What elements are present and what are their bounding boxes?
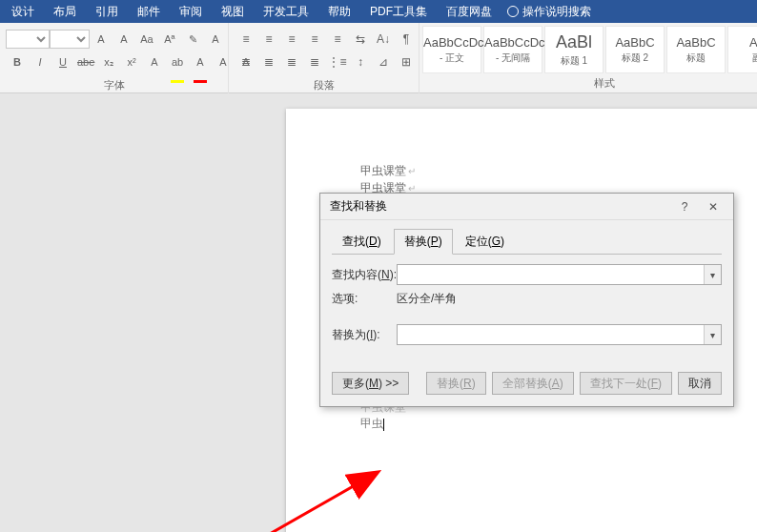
replace-button[interactable]: 替换(R) (426, 372, 486, 395)
font-color-button[interactable]: A (192, 53, 209, 71)
style-name: 标题 1 (545, 54, 603, 68)
underline-button[interactable]: U (54, 53, 72, 71)
change-case-icon[interactable]: Aa (138, 31, 155, 48)
style-name: - 无间隔 (484, 51, 542, 65)
italic-button[interactable]: I (31, 53, 49, 71)
find-replace-dialog: 查找和替换 ? ✕ 查找(D) 替换(P) 定位(G) 查找内容(N): ▾ 选… (319, 193, 734, 407)
text-cursor (383, 419, 384, 431)
align-left-button[interactable]: ≣ (236, 53, 256, 71)
menu-references[interactable]: 引用 (86, 0, 128, 23)
dialog-titlebar[interactable]: 查找和替换 ? ✕ (320, 194, 733, 220)
superscript-button[interactable]: x² (123, 53, 140, 71)
style-name: 标题 2 (606, 51, 664, 65)
tab-goto[interactable]: 定位(G) (455, 229, 515, 255)
bulb-icon (507, 6, 519, 17)
help-button[interactable]: ? (670, 196, 699, 217)
align-right-button[interactable]: ≣ (282, 53, 301, 71)
align-center-button[interactable]: ≣ (259, 53, 278, 71)
menu-design[interactable]: 设计 (2, 0, 44, 23)
text-effects-button[interactable]: A (146, 53, 163, 71)
decrease-indent-button[interactable]: ≡ (305, 31, 324, 48)
text-direction-button[interactable]: ⇆ (351, 31, 370, 48)
menu-mailings[interactable]: 邮件 (128, 0, 170, 23)
font-family-select[interactable] (6, 30, 50, 49)
find-what-dropdown-icon[interactable]: ▾ (704, 265, 721, 284)
justify-button[interactable]: ≣ (305, 53, 324, 71)
shrink-font-icon[interactable]: A (115, 31, 133, 48)
options-label: 选项: (332, 291, 397, 307)
numbering-button[interactable]: ≡ (259, 31, 278, 48)
highlight-button[interactable]: ab (169, 53, 186, 71)
group-font: A A Aa Aª ✎ A B I U abe x₂ x² A ab (0, 23, 229, 93)
group-paragraph-label: 段落 (229, 78, 419, 93)
replace-with-input[interactable] (398, 325, 704, 344)
style-name: 标题 (667, 51, 725, 65)
menu-baidu-netdisk[interactable]: 百度网盘 (437, 0, 501, 23)
style-preview: AaBbCcDc (423, 35, 481, 50)
dialog-title: 查找和替换 (330, 198, 387, 215)
menu-developer[interactable]: 开发工具 (254, 0, 318, 23)
style-preview: AaBbC (667, 35, 725, 50)
phonetic-guide-icon[interactable]: Aª (161, 31, 178, 48)
find-next-button[interactable]: 查找下一处(F) (580, 372, 672, 395)
strikethrough-button[interactable]: abe (77, 53, 94, 71)
replace-with-label: 替换为(I): (332, 327, 397, 343)
text-line: 甲虫课堂 (360, 162, 416, 179)
multilevel-button[interactable]: ≡ (282, 31, 301, 48)
sort-button[interactable]: A↓ (374, 31, 393, 48)
text-line-cursor: 甲虫 (360, 416, 406, 432)
style-preview: AaBbC (606, 35, 664, 50)
line-spacing-button[interactable]: ↕ (351, 53, 370, 71)
options-value: 区分全/半角 (397, 291, 457, 307)
font-size-select[interactable] (50, 30, 90, 49)
clear-format-icon[interactable]: ✎ (184, 31, 201, 48)
distribute-button[interactable]: ⋮≡ (328, 53, 347, 71)
tell-me-search[interactable]: 操作说明搜索 (501, 4, 597, 20)
group-paragraph: ≡ ≡ ≡ ≡ ≡ ⇆ A↓ ¶ ≣ ≣ ≣ ≣ ⋮≡ ↕ ⊿ (229, 23, 419, 93)
group-styles: AaBbCcDc- 正文AaBbCcDc- 无间隔AaBl标题 1AaBbC标题… (419, 23, 757, 93)
increase-indent-button[interactable]: ≡ (328, 31, 347, 48)
replace-with-dropdown-icon[interactable]: ▾ (704, 325, 721, 344)
find-what-input[interactable] (398, 265, 704, 284)
tell-me-label: 操作说明搜索 (522, 4, 591, 20)
tab-find[interactable]: 查找(D) (332, 229, 392, 255)
group-font-label: 字体 (0, 78, 228, 93)
bold-button[interactable]: B (9, 53, 26, 71)
style-item[interactable]: AaBbC标题 2 (605, 26, 665, 73)
style-name: 副 (728, 51, 757, 65)
style-preview: AaBbCcDc (484, 35, 542, 50)
menu-bar: 设计 布局 引用 邮件 审阅 视图 开发工具 帮助 PDF工具集 百度网盘 操作… (0, 0, 757, 23)
cancel-button[interactable]: 取消 (678, 372, 722, 395)
style-item[interactable]: AaBl标题 1 (544, 26, 604, 73)
page-text-upper: 甲虫课堂 甲虫课堂 (360, 162, 416, 196)
style-item[interactable]: AaBbCcDc- 正文 (422, 26, 481, 73)
ribbon: A A Aa Aª ✎ A B I U abe x₂ x² A ab (0, 23, 757, 93)
menu-help[interactable]: 帮助 (318, 0, 360, 23)
style-item[interactable]: AaBbC标题 (666, 26, 726, 73)
shading-button[interactable]: ⊿ (374, 53, 393, 71)
group-styles-label: 样式 (419, 76, 757, 92)
find-what-combo[interactable]: ▾ (397, 264, 722, 285)
menu-view[interactable]: 视图 (212, 0, 254, 23)
tab-replace[interactable]: 替换(P) (394, 229, 453, 255)
dialog-tabs: 查找(D) 替换(P) 定位(G) (332, 228, 722, 255)
find-what-label: 查找内容(N): (332, 267, 397, 283)
style-preview: Aa (728, 35, 757, 50)
replace-with-combo[interactable]: ▾ (397, 324, 722, 345)
style-item[interactable]: AaBbCcDc- 无间隔 (483, 26, 542, 73)
menu-review[interactable]: 审阅 (170, 0, 212, 23)
show-marks-button[interactable]: ¶ (397, 31, 416, 48)
menu-layout[interactable]: 布局 (44, 0, 86, 23)
style-preview: AaBl (545, 32, 603, 52)
grow-font-icon[interactable]: A (92, 31, 110, 48)
more-button[interactable]: 更多(M) >> (332, 372, 409, 395)
subscript-button[interactable]: x₂ (100, 53, 117, 71)
borders-button[interactable]: ⊞ (397, 53, 416, 71)
bullets-button[interactable]: ≡ (236, 31, 256, 48)
replace-all-button[interactable]: 全部替换(A) (492, 372, 574, 395)
style-name: - 正文 (423, 51, 481, 65)
char-border-icon[interactable]: A (207, 31, 224, 48)
close-button[interactable]: ✕ (699, 196, 727, 217)
style-item[interactable]: Aa副 (727, 26, 757, 73)
menu-pdf-tools[interactable]: PDF工具集 (360, 0, 437, 23)
